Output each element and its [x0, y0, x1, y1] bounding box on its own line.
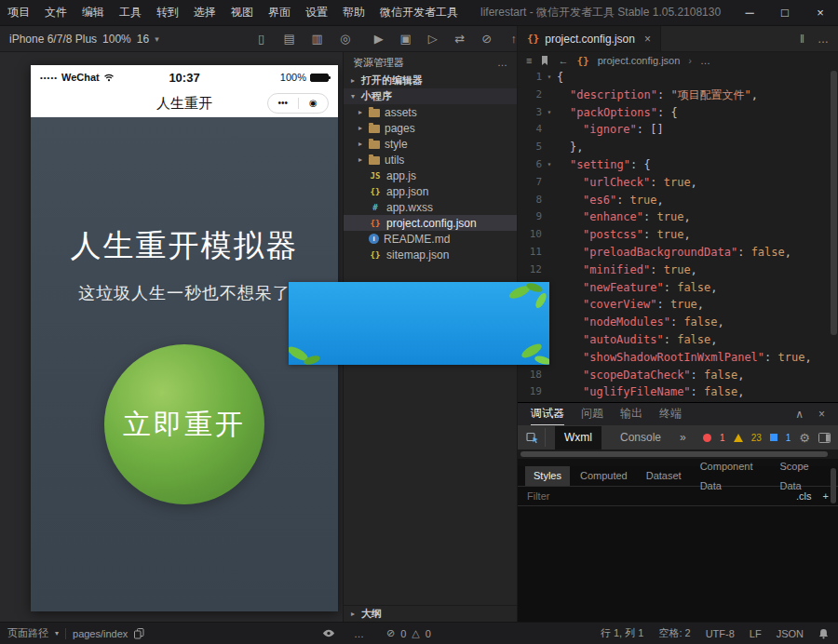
info-count[interactable]: 1: [786, 433, 791, 443]
inspector-tab-2[interactable]: Dataset: [638, 466, 690, 486]
capsule-close-button[interactable]: ◉: [299, 94, 329, 113]
error-count[interactable]: 1: [720, 433, 725, 443]
fold-icon: [542, 383, 557, 401]
fold-icon: [542, 262, 557, 279]
tree-item-utils[interactable]: ▸utils: [344, 152, 517, 168]
eol-type[interactable]: LF: [750, 628, 762, 639]
indentation[interactable]: 空格: 2: [658, 626, 690, 640]
editor-scrollbar[interactable]: [831, 71, 837, 335]
dock-side-icon[interactable]: [818, 433, 831, 443]
split-editor-icon[interactable]: ‖: [800, 33, 804, 46]
debugger-tab-0[interactable]: 调试器: [531, 403, 564, 425]
tree-item-pages[interactable]: ▸pages: [344, 120, 517, 136]
scrollbar-thumb[interactable]: [520, 451, 828, 457]
cursor-position[interactable]: 行 1, 列 1: [601, 626, 643, 640]
preview-icon[interactable]: ▣: [399, 32, 413, 46]
more-actions-icon[interactable]: …: [818, 33, 829, 46]
filter-input[interactable]: [527, 490, 713, 502]
inspector-tab-0[interactable]: Styles: [525, 466, 570, 486]
more-icon[interactable]: …: [354, 628, 364, 639]
menu-item-3[interactable]: 工具: [112, 0, 149, 25]
devtools-scrollbar[interactable]: [831, 468, 836, 503]
token: true: [670, 298, 697, 311]
bookmark-icon[interactable]: [540, 55, 549, 66]
code-line-1: 1▾{: [518, 69, 829, 87]
compile-mode-icon[interactable]: ◎: [338, 32, 353, 46]
outline-section[interactable]: ▸ 大纲: [344, 605, 517, 622]
toggle-editor-icon[interactable]: ▤: [282, 32, 297, 46]
menu-item-2[interactable]: 编辑: [74, 0, 112, 25]
capsule-more-button[interactable]: •••: [268, 94, 298, 113]
debugger-tab-1[interactable]: 问题: [581, 403, 603, 425]
tree-item-app.json[interactable]: {}app.json: [344, 183, 517, 199]
switch-background-icon[interactable]: ⇄: [453, 32, 467, 46]
tree-item-README.md[interactable]: iREADME.md: [344, 231, 517, 247]
menu-item-5[interactable]: 选择: [186, 0, 223, 25]
toggle-debugger-icon[interactable]: ▥: [310, 32, 325, 46]
remote-debug-icon[interactable]: ▷: [426, 32, 440, 46]
cls-toggle[interactable]: .cls: [796, 490, 812, 502]
copy-path-icon[interactable]: [134, 628, 144, 639]
project-section[interactable]: ▾ 小程序: [344, 88, 517, 104]
restart-button[interactable]: 立即重开: [104, 344, 264, 504]
maximize-button[interactable]: □: [767, 0, 803, 25]
minimize-button[interactable]: ─: [732, 0, 767, 25]
language-mode[interactable]: JSON: [777, 628, 804, 639]
debugger-tab-2[interactable]: 输出: [620, 403, 642, 425]
tree-item-assets[interactable]: ▸assets: [344, 104, 517, 120]
menu-item-8[interactable]: 设置: [298, 0, 335, 25]
tab-overflow-icon[interactable]: »: [680, 431, 686, 444]
clear-cache-icon[interactable]: ⊘: [480, 32, 494, 46]
tab-wxml[interactable]: Wxml: [555, 426, 601, 449]
devtools-hscrollbar[interactable]: [518, 449, 838, 459]
error-count[interactable]: 0: [400, 628, 406, 639]
menu-item-1[interactable]: 文件: [37, 0, 74, 25]
fold-icon[interactable]: ▾: [542, 156, 557, 174]
tree-item-app.js[interactable]: JSapp.js: [344, 168, 517, 183]
fold-icon[interactable]: ▾: [542, 69, 557, 87]
ad-banner[interactable]: [289, 282, 549, 365]
menu-item-6[interactable]: 视图: [223, 0, 261, 25]
page-path-selector[interactable]: 页面路径: [7, 626, 48, 640]
back-icon[interactable]: ←: [558, 55, 568, 66]
outline-icon[interactable]: ≡: [526, 55, 532, 66]
menu-item-9[interactable]: 帮助: [335, 0, 372, 25]
close-button[interactable]: ×: [803, 0, 838, 25]
warning-count[interactable]: 23: [751, 433, 762, 443]
compile-icon[interactable]: ▶: [372, 32, 386, 46]
menu-item-4[interactable]: 转到: [149, 0, 186, 25]
add-style-button[interactable]: +: [823, 490, 829, 502]
close-tab-icon[interactable]: ×: [644, 33, 651, 46]
tree-item-app.wxss[interactable]: #app.wxss: [344, 199, 517, 215]
menu-item-7[interactable]: 界面: [261, 0, 298, 25]
tree-item-style[interactable]: ▸style: [344, 136, 517, 152]
debugger-tab-3[interactable]: 终端: [659, 403, 682, 425]
explorer-more-icon[interactable]: …: [497, 57, 507, 68]
json-file-icon: {}: [369, 187, 382, 196]
inspector-tab-1[interactable]: Computed: [572, 466, 636, 486]
breadcrumb-more[interactable]: …: [700, 55, 710, 66]
encoding[interactable]: UTF-8: [706, 628, 735, 639]
device-selector[interactable]: iPhone 6/7/8 Plus 100% 16 ▾: [0, 33, 169, 46]
close-panel-icon[interactable]: ×: [818, 408, 825, 421]
breadcrumb-file[interactable]: project.config.json: [598, 55, 681, 66]
page-path-value[interactable]: pages/index: [73, 628, 128, 639]
bell-icon[interactable]: [818, 628, 829, 639]
collapse-panel-icon[interactable]: ∧: [795, 408, 804, 421]
code-text: "nodeModules": false,: [557, 314, 724, 331]
toggle-simulator-icon[interactable]: ▯: [254, 32, 269, 46]
gear-icon[interactable]: ⚙: [799, 431, 810, 445]
chevron-right-icon: ▸: [357, 124, 364, 132]
inspect-element-icon[interactable]: [525, 428, 546, 447]
open-editors-section[interactable]: ▸ 打开的编辑器: [344, 73, 517, 88]
tab-project-config-json[interactable]: {} project.config.json ×: [518, 26, 661, 51]
eye-icon[interactable]: [322, 628, 335, 638]
fold-icon[interactable]: ▾: [542, 104, 557, 122]
code-area[interactable]: 1▾{2"description": "项目配置文件",3▾"packOptio…: [518, 69, 829, 402]
tree-item-sitemap.json[interactable]: {}sitemap.json: [344, 247, 517, 262]
warning-count[interactable]: 0: [426, 628, 431, 639]
menu-item-10[interactable]: 微信开发者工具: [372, 0, 466, 25]
tab-console[interactable]: Console: [611, 426, 670, 449]
tree-item-project.config.json[interactable]: {}project.config.json: [344, 215, 517, 231]
menu-item-0[interactable]: 项目: [0, 0, 37, 25]
